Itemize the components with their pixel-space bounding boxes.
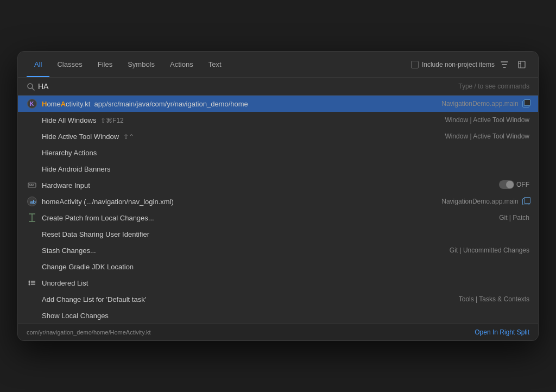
variable-icon: ab [27, 196, 37, 207]
result-name: Hide All Windows ⇧⌘F12 [42, 116, 436, 124]
result-name: Unordered List [42, 279, 529, 287]
status-bar: com/yr/navigation_demo/home/HomeActivity… [18, 324, 538, 340]
list-item[interactable]: Show Local Changes [18, 307, 538, 324]
results-list: K HomeActivity.kt app/src/main/java/com/… [18, 96, 538, 324]
list-item[interactable]: Hide Android Banners [18, 161, 538, 177]
git-icon [27, 212, 37, 223]
svg-rect-0 [519, 61, 525, 68]
svg-line-2 [32, 88, 34, 90]
list-item[interactable]: Hide All Windows ⇧⌘F12 Window | Active T… [18, 112, 538, 128]
svg-point-17 [29, 284, 30, 286]
result-meta: Window | Active Tool Window [445, 116, 529, 124]
search-popup: All Classes Files Symbols Actions Text I… [17, 51, 539, 341]
result-name: Change Gradle JDK Location [42, 263, 529, 271]
open-right-split-button[interactable]: Open In Right Split [475, 328, 529, 336]
svg-rect-5 [28, 183, 36, 187]
filter-icon[interactable] [497, 57, 512, 72]
result-name: Stash Changes... [42, 246, 441, 255]
search-icon [27, 83, 35, 91]
result-name: Hardware Input [42, 181, 490, 189]
tab-classes[interactable]: Classes [49, 52, 90, 77]
tab-all[interactable]: All [27, 52, 49, 77]
svg-rect-8 [33, 184, 34, 185]
list-item[interactable]: Hierarchy Actions [18, 144, 538, 161]
tab-text[interactable]: Text [201, 52, 229, 77]
search-hint: Type / to see commands [458, 83, 529, 90]
search-row: Type / to see commands [18, 78, 538, 96]
include-non-project-label: Include non-project items [422, 61, 495, 68]
svg-text:K: K [30, 101, 34, 107]
result-name: Create Patch from Local Changes... [42, 214, 490, 222]
toggle-thumb [506, 181, 514, 188]
svg-rect-9 [29, 186, 34, 187]
result-name: Hierarchy Actions [42, 149, 529, 157]
copy-icon [522, 198, 529, 205]
toggle-track [499, 180, 514, 189]
result-meta: Git | Patch [499, 214, 529, 222]
list-icon [27, 277, 37, 288]
list-item[interactable]: Add Change List for 'Default task' Tools… [18, 291, 538, 307]
list-item[interactable]: K HomeActivity.kt app/src/main/java/com/… [18, 96, 538, 112]
tab-actions[interactable]: Actions [162, 52, 201, 77]
list-item[interactable]: Hardware Input OFF [18, 177, 538, 193]
result-meta: Git | Uncommitted Changes [450, 246, 529, 254]
list-item[interactable]: Hide Active Tool Window ⇧⌃ Window | Acti… [18, 128, 538, 144]
result-name: HomeActivity.kt app/src/main/java/com/yr… [42, 100, 433, 108]
search-input[interactable] [38, 82, 458, 91]
result-meta: Tools | Tasks & Contexts [459, 295, 529, 303]
tab-symbols[interactable]: Symbols [120, 52, 162, 77]
result-name: Hide Active Tool Window ⇧⌃ [42, 132, 436, 141]
list-item[interactable]: ab homeActivity (.../navigation/nav_logi… [18, 193, 538, 210]
svg-text:ab: ab [30, 199, 36, 205]
include-non-project-row: Include non-project items [411, 61, 495, 68]
svg-rect-7 [31, 184, 32, 185]
svg-point-15 [29, 281, 30, 282]
result-name: Add Change List for 'Default task' [42, 295, 450, 304]
list-item[interactable]: Reset Data Sharing User Identifier [18, 226, 538, 242]
tabs-row: All Classes Files Symbols Actions Text I… [18, 52, 538, 78]
result-name: Reset Data Sharing User Identifier [42, 230, 529, 238]
kotlin-icon: K [27, 98, 37, 109]
status-path: com/yr/navigation_demo/home/HomeActivity… [27, 329, 150, 336]
expand-icon[interactable] [514, 57, 529, 72]
result-meta: NavigationDemo.app.main [441, 100, 529, 108]
result-meta: NavigationDemo.app.main [441, 198, 529, 205]
svg-rect-6 [29, 184, 30, 185]
list-item[interactable]: Change Gradle JDK Location [18, 258, 538, 275]
list-item[interactable]: Stash Changes... Git | Uncommitted Chang… [18, 242, 538, 258]
list-item[interactable]: Unordered List [18, 275, 538, 291]
result-name: Hide Android Banners [42, 165, 529, 173]
result-name: homeActivity (.../navigation/nav_login.x… [42, 198, 433, 206]
tab-files[interactable]: Files [90, 52, 120, 77]
result-meta: OFF [499, 180, 529, 191]
svg-point-16 [29, 282, 30, 284]
result-name: Show Local Changes [42, 312, 529, 320]
include-non-project-checkbox[interactable] [411, 61, 419, 68]
list-item[interactable]: Create Patch from Local Changes... Git |… [18, 210, 538, 226]
result-meta: Window | Active Tool Window [445, 132, 529, 140]
hardware-icon [27, 180, 37, 191]
copy-icon [522, 100, 529, 108]
